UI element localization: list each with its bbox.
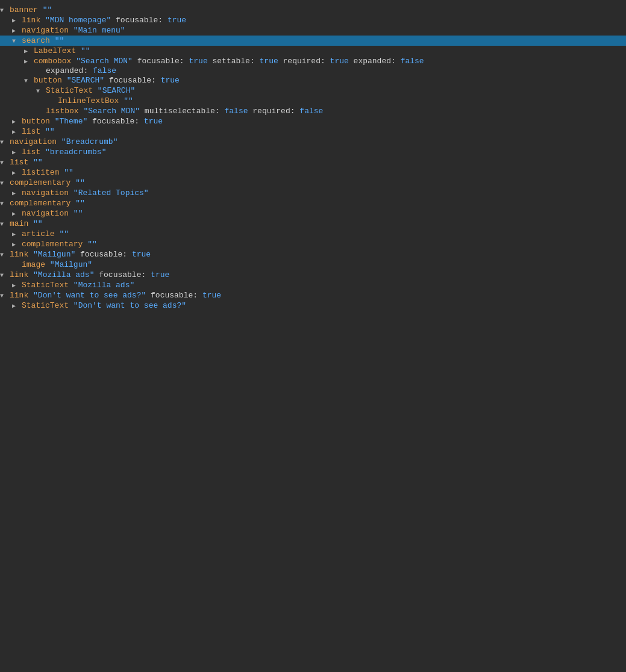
tree-row[interactable]: article "" [0,229,626,239]
node-content: link "Don't want to see ads?" focusable:… [10,291,221,300]
node-content: StaticText "Mozilla ads" [22,281,134,290]
tree-toggle[interactable] [12,169,22,176]
node-content: navigation "Related Topics" [22,188,149,198]
node-content: listitem "" [22,168,74,177]
tree-row[interactable]: link "MDN homepage" focusable: true [0,15,626,25]
tree-row[interactable]: navigation "" [0,208,626,219]
tree-row[interactable]: listbox "Search MDN" multiselectable: fa… [0,106,626,116]
node-content: complementary "" [22,240,97,249]
tree-row[interactable]: combobox "Search MDN" focusable: true se… [0,56,626,66]
tree-row[interactable]: listitem "" [0,167,626,178]
tree-row[interactable]: LabelText "" [0,46,626,56]
tree-toggle[interactable] [12,149,22,156]
tree-toggle[interactable] [12,17,22,24]
node-content: LabelText "" [34,46,90,55]
tree-row[interactable]: InlineTextBox "" [0,96,626,106]
tree-row[interactable]: link "Mailgun" focusable: true [0,249,626,260]
tree-toggle[interactable] [24,78,34,84]
tree-row[interactable]: button "Theme" focusable: true [0,116,626,126]
tree-row[interactable]: link "Mozilla ads" focusable: true [0,270,626,280]
tree-toggle[interactable] [0,221,10,228]
tree-row[interactable]: main "" [0,219,626,229]
tree-row[interactable]: complementary "" [0,239,626,249]
tree-row[interactable]: list "" [0,157,626,167]
node-content: main "" [10,219,43,228]
node-content: complementary "" [10,199,85,208]
tree-toggle[interactable] [12,210,22,217]
tree-row[interactable]: search "" [0,36,626,46]
node-content: navigation "" [22,209,83,218]
tree-row[interactable]: StaticText "SEARCH" [0,86,626,96]
tree-toggle[interactable] [12,302,22,310]
tree-row[interactable]: navigation "Breadcrumb" [0,137,626,147]
tree-row[interactable]: navigation "Related Topics" [0,188,626,198]
tree-row[interactable]: navigation "Main menu" [0,25,626,36]
tree-row[interactable]: complementary "" [0,178,626,188]
tree-toggle[interactable] [0,272,10,279]
node-content: article "" [22,229,69,238]
node-content: StaticText "Don't want to see ads?" [22,301,186,310]
node-content: complementary "" [10,178,85,187]
tree-toggle[interactable] [12,282,22,289]
tree-toggle[interactable] [0,201,10,207]
node-content: list "breadcrumbs" [22,148,106,157]
node-content: search "" [22,36,64,45]
node-content: InlineTextBox "" [58,96,133,105]
tree-toggle[interactable] [36,88,46,95]
tree-toggle[interactable] [0,7,10,14]
tree-row[interactable]: button "SEARCH" focusable: true [0,75,626,86]
tree-toggle[interactable] [12,190,22,197]
node-content: listbox "Search MDN" multiselectable: fa… [46,107,323,116]
accessibility-tree: banner ""link "MDN homepage" focusable: … [0,0,626,316]
tree-row[interactable]: StaticText "Don't want to see ads?" [0,300,626,311]
node-content: StaticText "SEARCH" [46,86,135,95]
tree-toggle[interactable] [0,139,10,146]
node-content: list "" [10,158,43,167]
node-content: button "SEARCH" focusable: true [34,76,180,85]
tree-toggle[interactable] [24,58,34,65]
tree-row[interactable]: image "Mailgun" [0,260,626,270]
tree-toggle[interactable] [12,38,22,45]
tree-toggle[interactable] [12,118,22,125]
node-content: button "Theme" focusable: true [22,117,163,126]
node-content: navigation "Main menu" [22,26,125,35]
tree-row[interactable]: list "breadcrumbs" [0,147,626,157]
tree-row[interactable]: list "" [0,126,626,137]
tree-row[interactable]: StaticText "Mozilla ads" [0,280,626,290]
tree-toggle[interactable] [12,27,22,34]
tree-toggle[interactable] [0,252,10,258]
tree-row[interactable]: link "Don't want to see ads?" focusable:… [0,290,626,300]
node-content: image "Mailgun" [22,260,92,269]
node-content: navigation "Breadcrumb" [10,137,117,146]
node-content: link "Mozilla ads" focusable: true [10,270,169,279]
node-content: combobox "Search MDN" focusable: true se… [34,57,424,66]
node-content: banner "" [10,5,52,14]
tree-toggle[interactable] [0,180,10,187]
tree-toggle[interactable] [24,48,34,55]
tree-toggle[interactable] [12,241,22,248]
tree-toggle[interactable] [12,231,22,238]
node-content: list "" [22,127,55,136]
tree-toggle[interactable] [0,160,10,166]
tree-toggle[interactable] [0,293,10,299]
node-content: link "MDN homepage" focusable: true [22,16,186,25]
node-content: link "Mailgun" focusable: true [10,250,151,259]
tree-row[interactable]: complementary "" [0,198,626,208]
tree-row[interactable]: banner "" [0,5,626,15]
tree-toggle[interactable] [12,128,22,135]
